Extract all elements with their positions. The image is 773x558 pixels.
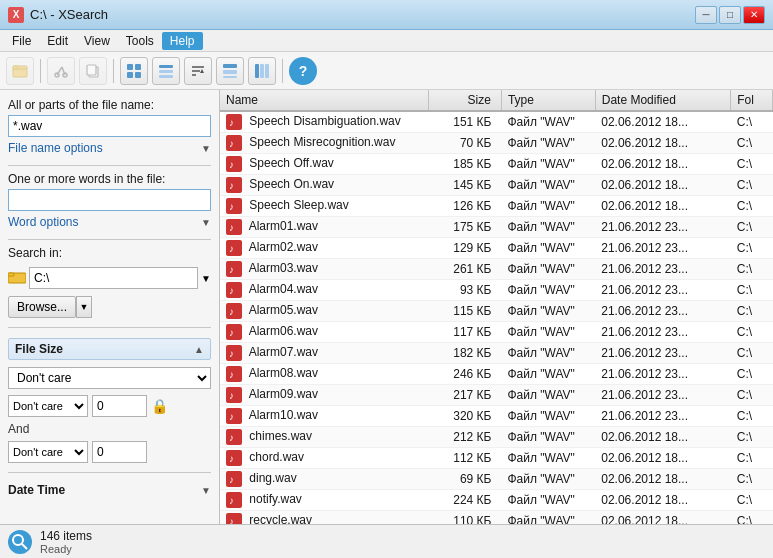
file-name-text: Alarm10.wav	[249, 408, 318, 422]
file-type-cell: Файл "WAV"	[501, 364, 595, 385]
file-size-cell: 117 КБ	[428, 322, 501, 343]
file-folder-cell: C:\	[731, 259, 773, 280]
file-name-cell: ♪ chord.wav	[220, 448, 428, 469]
file-folder-cell: C:\	[731, 511, 773, 525]
toolbar-separator-3	[282, 59, 283, 83]
browse-button[interactable]: Browse...	[8, 296, 76, 318]
table-row[interactable]: ♪ chord.wav 112 КБ Файл "WAV" 02.06.2012…	[220, 448, 773, 469]
table-row[interactable]: ♪ Alarm06.wav 117 КБ Файл "WAV" 21.06.20…	[220, 322, 773, 343]
file-name-cell: ♪ Speech On.wav	[220, 175, 428, 196]
size-value-1[interactable]	[92, 395, 147, 417]
open-button[interactable]	[6, 57, 34, 85]
file-name-input[interactable]	[8, 115, 211, 137]
table-row[interactable]: ♪ Alarm05.wav 115 КБ Файл "WAV" 21.06.20…	[220, 301, 773, 322]
table-row[interactable]: ♪ Alarm10.wav 320 КБ Файл "WAV" 21.06.20…	[220, 406, 773, 427]
file-type-cell: Файл "WAV"	[501, 217, 595, 238]
search-in-dropdown-arrow[interactable]: ▼	[201, 273, 211, 284]
cut-button[interactable]	[47, 57, 75, 85]
file-date-cell: 21.06.2012 23...	[595, 217, 731, 238]
menu-tools[interactable]: Tools	[118, 32, 162, 50]
title-bar: X C:\ - XSearch ─ □ ✕	[0, 0, 773, 30]
table-row[interactable]: ♪ Speech Off.wav 185 КБ Файл "WAV" 02.06…	[220, 154, 773, 175]
table-row[interactable]: ♪ Alarm02.wav 129 КБ Файл "WAV" 21.06.20…	[220, 238, 773, 259]
file-type-cell: Файл "WAV"	[501, 154, 595, 175]
minimize-button[interactable]: ─	[695, 6, 717, 24]
word-options-row[interactable]: Word options ▼	[8, 211, 211, 233]
columns-button[interactable]	[248, 57, 276, 85]
table-row[interactable]: ♪ Alarm07.wav 182 КБ Файл "WAV" 21.06.20…	[220, 343, 773, 364]
sort-button[interactable]	[184, 57, 212, 85]
file-date-cell: 02.06.2012 18...	[595, 154, 731, 175]
file-name-cell: ♪ ding.wav	[220, 469, 428, 490]
file-size-header[interactable]: File Size ▲	[8, 338, 211, 360]
table-row[interactable]: ♪ Speech Sleep.wav 126 КБ Файл "WAV" 02.…	[220, 196, 773, 217]
file-name-text: notify.wav	[249, 492, 301, 506]
menu-file[interactable]: File	[4, 32, 39, 50]
size-value-2[interactable]	[92, 441, 147, 463]
file-folder-cell: C:\	[731, 280, 773, 301]
file-size-cell: 129 КБ	[428, 238, 501, 259]
table-row[interactable]: ♪ Alarm04.wav 93 КБ Файл "WAV" 21.06.201…	[220, 280, 773, 301]
and-label: And	[8, 422, 211, 436]
menu-view[interactable]: View	[76, 32, 118, 50]
date-time-row[interactable]: Date Time ▼	[8, 479, 211, 501]
help-button[interactable]: ?	[289, 57, 317, 85]
lock-icon-1[interactable]: 🔒	[151, 398, 168, 414]
search-in-input[interactable]	[29, 267, 198, 289]
browse-dropdown-button[interactable]: ▼	[76, 296, 92, 318]
file-size-cell: 93 КБ	[428, 280, 501, 301]
file-name-options-row[interactable]: File name options ▼	[8, 137, 211, 159]
size-condition-1[interactable]: Don't care	[8, 395, 88, 417]
table-row[interactable]: ♪ notify.wav 224 КБ Файл "WAV" 02.06.201…	[220, 490, 773, 511]
words-label: One or more words in the file:	[8, 172, 211, 186]
file-name-cell: ♪ Speech Disambiguation.wav	[220, 111, 428, 133]
col-header-type[interactable]: Type	[501, 90, 595, 111]
status-ready: Ready	[40, 543, 92, 555]
file-list-container[interactable]: Name Size Type Date Modified Fol ♪ Speec…	[220, 90, 773, 524]
svg-text:♪: ♪	[229, 453, 234, 464]
file-size-cell: 217 КБ	[428, 385, 501, 406]
table-row[interactable]: ♪ recycle.wav 110 КБ Файл "WAV" 02.06.20…	[220, 511, 773, 525]
file-name-cell: ♪ chimes.wav	[220, 427, 428, 448]
file-icon: ♪	[226, 198, 242, 214]
table-row[interactable]: ♪ Alarm08.wav 246 КБ Файл "WAV" 21.06.20…	[220, 364, 773, 385]
file-name-cell: ♪ Alarm01.wav	[220, 217, 428, 238]
svg-rect-22	[260, 64, 264, 78]
file-name-label: All or parts of the file name:	[8, 98, 211, 112]
table-row[interactable]: ♪ Speech Disambiguation.wav 151 КБ Файл …	[220, 111, 773, 133]
file-size-dont-care-select[interactable]: Don't care	[8, 367, 211, 389]
file-date-cell: 21.06.2012 23...	[595, 364, 731, 385]
copy-button[interactable]	[79, 57, 107, 85]
col-header-size[interactable]: Size	[428, 90, 501, 111]
table-row[interactable]: ♪ Alarm09.wav 217 КБ Файл "WAV" 21.06.20…	[220, 385, 773, 406]
group-button[interactable]	[216, 57, 244, 85]
words-input[interactable]	[8, 189, 211, 211]
maximize-button[interactable]: □	[719, 6, 741, 24]
close-button[interactable]: ✕	[743, 6, 765, 24]
size-condition-2[interactable]: Don't care	[8, 441, 88, 463]
word-options-label: Word options	[8, 215, 78, 229]
list-view-button[interactable]	[120, 57, 148, 85]
menu-help[interactable]: Help	[162, 32, 203, 50]
col-header-date[interactable]: Date Modified	[595, 90, 731, 111]
detail-view-button[interactable]	[152, 57, 180, 85]
file-size-cell: 115 КБ	[428, 301, 501, 322]
file-name-text: Alarm07.wav	[249, 345, 318, 359]
file-size-cell: 145 КБ	[428, 175, 501, 196]
table-row[interactable]: ♪ Alarm01.wav 175 КБ Файл "WAV" 21.06.20…	[220, 217, 773, 238]
menu-edit[interactable]: Edit	[39, 32, 76, 50]
file-type-cell: Файл "WAV"	[501, 490, 595, 511]
file-name-cell: ♪ Alarm08.wav	[220, 364, 428, 385]
main-content: All or parts of the file name: File name…	[0, 90, 773, 524]
col-header-folder[interactable]: Fol	[731, 90, 773, 111]
table-row[interactable]: ♪ ding.wav 69 КБ Файл "WAV" 02.06.2012 1…	[220, 469, 773, 490]
svg-text:♪: ♪	[229, 348, 234, 359]
file-size-cell: 126 КБ	[428, 196, 501, 217]
file-name-cell: ♪ Speech Off.wav	[220, 154, 428, 175]
file-size-cell: 110 КБ	[428, 511, 501, 525]
table-row[interactable]: ♪ Speech On.wav 145 КБ Файл "WAV" 02.06.…	[220, 175, 773, 196]
col-header-name[interactable]: Name	[220, 90, 428, 111]
table-row[interactable]: ♪ Alarm03.wav 261 КБ Файл "WAV" 21.06.20…	[220, 259, 773, 280]
table-row[interactable]: ♪ Speech Misrecognition.wav 70 КБ Файл "…	[220, 133, 773, 154]
table-row[interactable]: ♪ chimes.wav 212 КБ Файл "WAV" 02.06.201…	[220, 427, 773, 448]
